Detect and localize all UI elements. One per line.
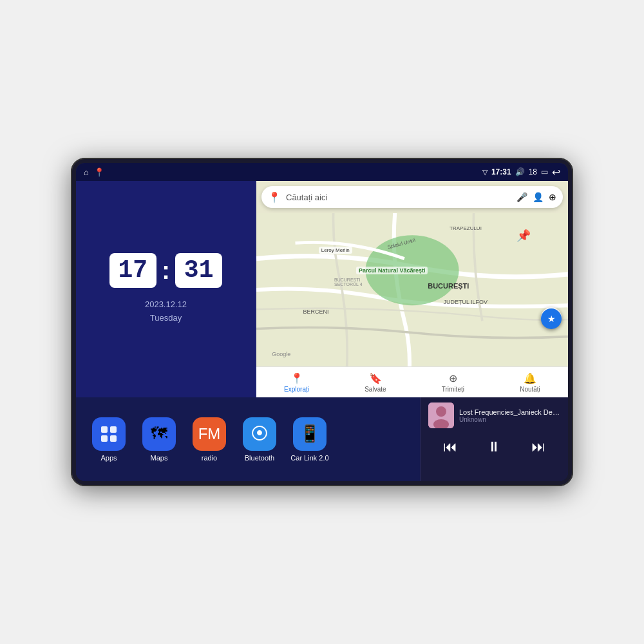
apps-row: Apps 🗺 Maps FM radio (76, 397, 420, 481)
device-frame: ⌂ 📍 ▽ 17:31 🔊 18 ▭ ↩ 17 : (71, 158, 573, 486)
app-item-radio[interactable]: FM radio (187, 417, 232, 462)
music-controls: ⏮ ⏸ ⏭ (428, 433, 560, 460)
time-display: 17:31 (491, 167, 511, 176)
prev-button[interactable]: ⏮ (438, 436, 462, 458)
svg-point-7 (436, 406, 446, 417)
map-label-google: Google (272, 351, 290, 357)
music-title: Lost Frequencies_Janieck Devy-... (459, 408, 560, 416)
top-section: 17 : 31 2023.12.12 Tuesday 📍 Căutați aic… (76, 181, 568, 397)
next-button[interactable]: ⏭ (526, 436, 551, 458)
music-artist: Unknown (459, 416, 560, 423)
maps-icon: 🗺 (142, 417, 176, 451)
bluetooth-label: Bluetooth (245, 454, 274, 462)
bottom-section: Apps 🗺 Maps FM radio (76, 397, 568, 481)
radio-label: radio (202, 454, 217, 462)
status-bar-right: ▽ 17:31 🔊 18 ▭ ↩ (482, 166, 560, 178)
device-screen: ⌂ 📍 ▽ 17:31 🔊 18 ▭ ↩ 17 : (76, 163, 568, 481)
news-icon: 🔔 (524, 372, 536, 384)
map-label-ilfov: JUDEȚUL ILFOV (443, 299, 488, 305)
navigate-button[interactable]: ★ (541, 308, 562, 329)
saved-icon: 🔖 (369, 372, 382, 384)
explore-label: Explorați (284, 386, 309, 393)
map-label-trapezului: TRAPEZULUI (450, 225, 482, 231)
carlink-label: Car Link 2.0 (290, 454, 328, 462)
battery-icon: ▭ (541, 167, 548, 176)
map-nav-saved[interactable]: 🔖 Salvate (365, 372, 386, 393)
home-icon[interactable]: ⌂ (84, 167, 89, 177)
share-icon: ⊕ (449, 372, 457, 384)
layers-icon[interactable]: ⊕ (549, 192, 556, 202)
app-item-apps[interactable]: Apps (86, 417, 131, 462)
status-bar: ⌂ 📍 ▽ 17:31 🔊 18 ▭ ↩ (76, 163, 568, 181)
music-thumb-image (428, 402, 454, 428)
map-label-berceni: BERCENI (303, 308, 329, 315)
clock-minute: 31 (175, 253, 223, 288)
signal-icon: ▽ (482, 168, 488, 176)
map-bottom-nav: 📍 Explorați 🔖 Salvate ⊕ Trimiteți 🔔 (256, 366, 568, 397)
back-icon[interactable]: ↩ (552, 166, 560, 178)
map-nav-explore[interactable]: 📍 Explorați (284, 372, 309, 393)
app-item-bluetooth[interactable]: ⦿ Bluetooth (237, 417, 282, 462)
explore-icon: 📍 (290, 372, 303, 384)
map-search-icons: 🎤 👤 ⊕ (516, 192, 556, 202)
mic-icon[interactable]: 🎤 (516, 192, 527, 202)
map-nav-news[interactable]: 🔔 Noutăți (520, 372, 540, 393)
music-panel: Lost Frequencies_Janieck Devy-... Unknow… (420, 397, 568, 481)
play-pause-button[interactable]: ⏸ (482, 436, 506, 458)
maps-label: Maps (151, 454, 168, 462)
music-thumbnail (428, 402, 454, 428)
app-item-carlink[interactable]: 📱 Car Link 2.0 (287, 417, 332, 462)
clock-display: 17 : 31 (109, 253, 223, 288)
radio-icon: FM (193, 417, 226, 451)
map-panel[interactable]: 📍 Căutați aici 🎤 👤 ⊕ (256, 181, 568, 397)
account-icon[interactable]: 👤 (533, 192, 544, 202)
map-search-placeholder[interactable]: Căutați aici (286, 193, 511, 202)
svg-rect-2 (101, 426, 108, 433)
map-background: Parcul Natural Văcărești BUCUREȘTI JUDEȚ… (256, 213, 568, 366)
news-label: Noutăți (520, 386, 540, 393)
music-text: Lost Frequencies_Janieck Devy-... Unknow… (459, 408, 560, 423)
svg-rect-4 (101, 435, 108, 442)
clock-panel: 17 : 31 2023.12.12 Tuesday (76, 181, 256, 397)
carlink-icon: 📱 (293, 417, 327, 451)
map-search-bar[interactable]: 📍 Căutați aici 🎤 👤 ⊕ (261, 186, 563, 208)
volume-icon: 🔊 (515, 167, 525, 176)
map-label-leroy: Leroy Merlin (319, 247, 352, 254)
main-content: 17 : 31 2023.12.12 Tuesday 📍 Căutați aic… (76, 181, 568, 481)
location-pin-icon[interactable]: 📍 (94, 167, 104, 177)
svg-rect-3 (110, 426, 117, 433)
maps-logo-icon: 📍 (268, 191, 281, 204)
apps-label: Apps (100, 454, 117, 462)
red-location-pin: 📌 (516, 229, 531, 243)
svg-rect-5 (110, 435, 117, 442)
music-info: Lost Frequencies_Janieck Devy-... Unknow… (428, 402, 560, 428)
map-nav-share[interactable]: ⊕ Trimiteți (442, 372, 464, 393)
share-label: Trimiteți (442, 386, 464, 393)
battery-level: 18 (529, 167, 537, 176)
status-bar-left: ⌂ 📍 (84, 167, 104, 177)
map-label-natural-park: Parcul Natural Văcărești (356, 267, 428, 274)
map-label-bucharest: BUCUREȘTI (428, 282, 469, 290)
map-label-sector4: BUCUREȘTISECTORUL 4 (334, 278, 363, 287)
app-item-maps[interactable]: 🗺 Maps (137, 417, 182, 462)
saved-label: Salvate (365, 386, 386, 393)
clock-colon: : (162, 257, 170, 285)
clock-date: 2023.12.12 Tuesday (145, 298, 187, 325)
clock-hour: 17 (109, 253, 157, 288)
bluetooth-icon: ⦿ (243, 417, 276, 451)
apps-icon (92, 417, 126, 451)
